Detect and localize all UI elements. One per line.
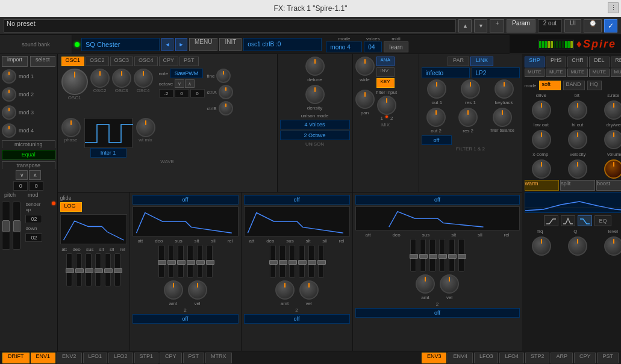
osc-cpy-btn[interactable]: CPY — [159, 57, 179, 66]
mod4-knob[interactable] — [2, 123, 16, 138]
hi-cut-knob[interactable] — [568, 130, 587, 149]
rel-fader[interactable] — [114, 253, 120, 286]
band-btn[interactable]: BAND — [563, 81, 585, 90]
sus-fader[interactable] — [86, 253, 92, 286]
osc1-tab[interactable]: OSC1 — [61, 57, 85, 66]
drift-tab[interactable]: DRIFT — [2, 353, 30, 363]
preset-plus-btn[interactable]: + — [490, 19, 504, 32]
unison-octave-display[interactable]: 2 Octave — [280, 131, 350, 140]
density-knob[interactable] — [305, 85, 325, 104]
filter-off-display[interactable]: off — [422, 135, 452, 145]
hq-btn[interactable]: HQ — [587, 81, 602, 90]
ctrla-knob[interactable] — [219, 85, 233, 99]
osc2-tab[interactable]: OSC2 — [86, 57, 109, 66]
env2-tab[interactable]: ENV2 — [57, 353, 82, 363]
preset-select-display[interactable]: No preset — [4, 19, 456, 32]
env1-slt-fader[interactable] — [187, 245, 193, 278]
out2-knob[interactable] — [426, 108, 446, 127]
detune-knob[interactable] — [305, 57, 325, 76]
nav-left-btn[interactable]: ◄ — [161, 38, 173, 51]
velocity-knob[interactable] — [568, 159, 587, 179]
res1-knob[interactable] — [461, 79, 480, 99]
eq-low-shelf-btn[interactable] — [544, 215, 558, 226]
env1-dec-fader[interactable] — [168, 245, 174, 278]
warm-btn[interactable]: warm — [525, 180, 560, 191]
env1-att-fader[interactable] — [158, 245, 164, 278]
link-btn[interactable]: LINK — [470, 57, 493, 66]
dry-wet-knob[interactable] — [604, 130, 621, 149]
res2-knob[interactable] — [458, 108, 478, 127]
eq-active-btn[interactable] — [578, 215, 592, 226]
ctrlb-knob[interactable] — [219, 101, 233, 116]
mod-slider[interactable] — [13, 202, 21, 250]
inter-display[interactable]: Inter 1 — [90, 148, 126, 158]
menu-btn[interactable]: MENU — [189, 38, 217, 51]
pitch-slider[interactable] — [2, 202, 10, 250]
stp1-tab[interactable]: STP1 — [134, 353, 159, 363]
env1-vel-knob[interactable] — [188, 280, 207, 300]
pst-tab-right[interactable]: PST — [597, 353, 619, 363]
out1-knob[interactable] — [427, 79, 446, 99]
stp2-tab[interactable]: STP2 — [525, 353, 550, 363]
del-mute[interactable]: MUTE — [589, 69, 610, 77]
boost-btn[interactable]: boost — [596, 180, 621, 191]
env3-att-fader[interactable] — [270, 245, 276, 278]
lfo1-tab[interactable]: LFO1 — [83, 353, 108, 363]
rev-mute[interactable]: MUTE — [611, 69, 621, 77]
pan-knob[interactable] — [355, 90, 375, 109]
osc4-vol-knob[interactable] — [134, 69, 153, 88]
sll-fader[interactable] — [105, 253, 111, 286]
pst-tab-left[interactable]: PST — [183, 353, 205, 363]
preset-clock-btn[interactable]: ⌚ — [584, 19, 602, 32]
env3-rel-fader[interactable] — [318, 245, 324, 278]
osc3-vol-knob[interactable] — [112, 69, 131, 88]
env3-sll-fader[interactable] — [308, 245, 314, 278]
filter-input-knob[interactable] — [377, 96, 396, 115]
preset-ui-btn[interactable]: UI — [564, 19, 581, 32]
eq-bell-btn[interactable] — [561, 215, 575, 226]
xcomp-knob[interactable] — [532, 159, 551, 179]
shp-mute[interactable]: MUTE — [525, 69, 545, 77]
drive-knob[interactable] — [532, 100, 551, 120]
arp-tab[interactable]: ARP — [551, 353, 573, 363]
bender-down-val[interactable]: 02 — [25, 233, 42, 242]
bender-up-val[interactable]: 02 — [25, 215, 42, 223]
wide-knob[interactable] — [355, 57, 375, 76]
env4-off2-display[interactable]: off — [355, 308, 520, 318]
microtuning-display[interactable]: Equal — [2, 150, 55, 159]
osc-volume-knob[interactable] — [61, 69, 88, 95]
split-btn[interactable]: split — [560, 180, 595, 191]
init-btn[interactable]: INIT — [219, 38, 242, 51]
env1-tab[interactable]: ENV1 — [31, 353, 56, 363]
del-btn[interactable]: DEL — [589, 57, 610, 67]
env3-dec-fader[interactable] — [279, 245, 286, 278]
frq-knob[interactable] — [532, 236, 551, 256]
cpy-tab-left[interactable]: CPY — [160, 353, 182, 363]
mod3-knob[interactable] — [2, 105, 16, 120]
cpy-tab-right[interactable]: CPY — [574, 353, 596, 363]
key-btn[interactable]: KEY — [376, 78, 395, 88]
osc3-tab[interactable]: OSC3 — [110, 57, 134, 66]
soft-btn[interactable]: soft — [539, 81, 561, 90]
unison-mode-display[interactable]: 4 Voices — [280, 120, 350, 129]
env1-sll-fader[interactable] — [197, 245, 203, 278]
wt-mix-knob[interactable] — [136, 118, 155, 137]
osc-pst-btn[interactable]: PST — [179, 57, 199, 66]
chr-btn[interactable]: CHR — [567, 57, 588, 67]
log-btn[interactable]: LOG — [60, 202, 82, 212]
midi-learn-btn[interactable]: learn — [384, 42, 408, 52]
oct-up-btn[interactable]: ∧ — [185, 79, 195, 88]
dec-fader[interactable] — [76, 253, 82, 286]
env3-off2-display[interactable]: off — [244, 314, 350, 324]
osc2-vol-knob[interactable] — [90, 69, 110, 88]
wave-type-display[interactable]: SawPWM — [170, 69, 203, 78]
env3-tab[interactable]: ENV3 — [422, 353, 447, 363]
env4-tab[interactable]: ENV4 — [448, 353, 473, 363]
lfo2-tab[interactable]: LFO2 — [108, 353, 133, 363]
filter-balance-knob[interactable] — [493, 108, 512, 127]
env3-amt-knob[interactable] — [275, 280, 295, 300]
inv-btn[interactable]: INV — [376, 67, 395, 77]
env4-off-display[interactable]: off — [355, 195, 520, 205]
env3-slt-fader[interactable] — [299, 245, 305, 278]
chr-mute[interactable]: MUTE — [567, 69, 588, 77]
